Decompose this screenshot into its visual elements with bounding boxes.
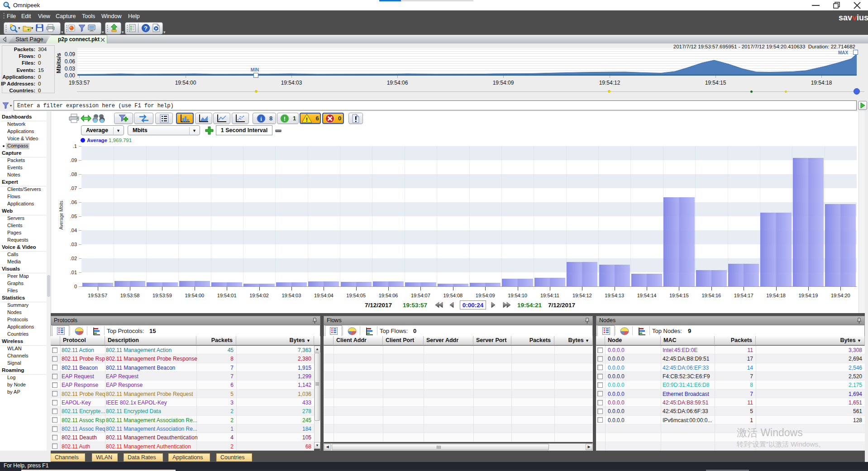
svg-text:!: !: [306, 116, 308, 123]
svg-text:?: ?: [144, 25, 148, 32]
svg-text:i: i: [260, 115, 262, 122]
svg-text:!: !: [284, 115, 286, 122]
